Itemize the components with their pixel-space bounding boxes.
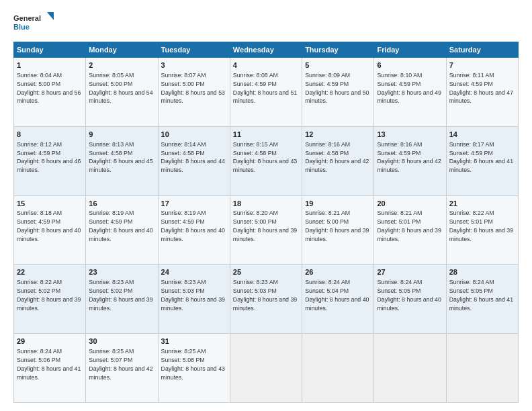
day-number: 23: [89, 267, 154, 277]
day-number: 21: [449, 199, 515, 209]
daylight: Daylight: 8 hours and 42 minutes.: [377, 158, 441, 173]
sunrise: Sunrise: 8:16 AM: [305, 141, 350, 148]
day-number: 17: [161, 199, 227, 209]
sunset: Sunset: 5:02 PM: [17, 287, 60, 294]
calendar-cell: 8Sunrise: 8:12 AMSunset: 4:59 PMDaylight…: [14, 126, 86, 195]
sunrise: Sunrise: 8:15 AM: [233, 141, 278, 148]
day-number: 12: [305, 130, 371, 140]
sunset: Sunset: 5:01 PM: [449, 218, 493, 225]
day-number: 24: [161, 267, 227, 277]
sunrise: Sunrise: 8:10 AM: [377, 72, 422, 79]
day-number: 14: [449, 130, 515, 140]
calendar-cell: 4Sunrise: 8:08 AMSunset: 4:59 PMDaylight…: [230, 58, 302, 127]
logo: General Blue: [13, 11, 54, 35]
calendar-cell: 14Sunrise: 8:17 AMSunset: 4:59 PMDayligh…: [446, 126, 518, 195]
daylight: Daylight: 8 hours and 53 minutes.: [161, 89, 225, 105]
calendar-week-row: 22Sunrise: 8:22 AMSunset: 5:02 PMDayligh…: [14, 265, 519, 334]
daylight: Daylight: 8 hours and 41 minutes.: [449, 296, 513, 312]
sunset: Sunset: 5:00 PM: [305, 218, 349, 225]
calendar-cell: 16Sunrise: 8:19 AMSunset: 4:59 PMDayligh…: [86, 195, 158, 265]
daylight: Daylight: 8 hours and 39 minutes.: [17, 296, 81, 312]
sunrise: Sunrise: 8:22 AM: [17, 279, 62, 285]
sunset: Sunset: 5:04 PM: [305, 287, 349, 294]
day-number: 1: [17, 60, 83, 71]
calendar-cell: 23Sunrise: 8:23 AMSunset: 5:02 PMDayligh…: [86, 265, 158, 334]
sunset: Sunset: 5:07 PM: [89, 357, 132, 363]
day-number: 8: [17, 130, 83, 140]
sunset: Sunset: 4:58 PM: [305, 150, 349, 156]
calendar-cell: 28Sunrise: 8:24 AMSunset: 5:05 PMDayligh…: [446, 265, 518, 334]
sunset: Sunset: 5:05 PM: [449, 287, 493, 294]
day-number: 11: [233, 130, 299, 140]
calendar-cell: [230, 334, 302, 403]
calendar-body: 1Sunrise: 8:04 AMSunset: 5:00 PMDaylight…: [14, 58, 519, 403]
day-number: 29: [17, 336, 83, 347]
sunset: Sunset: 4:59 PM: [17, 218, 60, 225]
day-number: 30: [89, 336, 154, 347]
day-number: 4: [233, 60, 299, 71]
sunrise: Sunrise: 8:11 AM: [449, 72, 494, 79]
day-number: 20: [377, 199, 443, 209]
daylight: Daylight: 8 hours and 50 minutes.: [305, 89, 369, 105]
weekday-header-monday: Monday: [86, 42, 158, 58]
svg-text:General: General: [13, 14, 41, 22]
calendar-cell: 5Sunrise: 8:09 AMSunset: 4:59 PMDaylight…: [302, 58, 374, 127]
calendar-cell: 6Sunrise: 8:10 AMSunset: 4:59 PMDaylight…: [374, 58, 446, 127]
sunrise: Sunrise: 8:23 AM: [233, 279, 278, 285]
sunset: Sunset: 4:59 PM: [161, 218, 205, 225]
calendar-cell: 24Sunrise: 8:23 AMSunset: 5:03 PMDayligh…: [158, 265, 230, 334]
daylight: Daylight: 8 hours and 39 minutes.: [377, 227, 441, 242]
daylight: Daylight: 8 hours and 39 minutes.: [449, 227, 513, 242]
daylight: Daylight: 8 hours and 41 minutes.: [449, 158, 513, 173]
calendar-cell: 1Sunrise: 8:04 AMSunset: 5:00 PMDaylight…: [14, 58, 86, 127]
sunrise: Sunrise: 8:24 AM: [305, 279, 350, 285]
sunset: Sunset: 5:05 PM: [377, 287, 420, 294]
day-number: 26: [305, 267, 371, 277]
sunrise: Sunrise: 8:24 AM: [449, 279, 494, 285]
calendar-cell: 2Sunrise: 8:05 AMSunset: 5:00 PMDaylight…: [86, 58, 158, 127]
sunrise: Sunrise: 8:20 AM: [233, 210, 278, 216]
calendar-week-row: 1Sunrise: 8:04 AMSunset: 5:00 PMDaylight…: [14, 58, 519, 127]
sunset: Sunset: 4:59 PM: [17, 150, 60, 156]
sunset: Sunset: 5:00 PM: [89, 81, 132, 87]
daylight: Daylight: 8 hours and 41 minutes.: [17, 365, 81, 381]
daylight: Daylight: 8 hours and 40 minutes.: [377, 296, 441, 312]
calendar-cell: 3Sunrise: 8:07 AMSunset: 5:00 PMDaylight…: [158, 58, 230, 127]
sunset: Sunset: 5:08 PM: [161, 357, 205, 363]
day-number: 6: [377, 60, 443, 71]
sunset: Sunset: 5:00 PM: [233, 218, 277, 225]
sunrise: Sunrise: 8:16 AM: [377, 141, 422, 148]
day-number: 15: [17, 199, 83, 209]
calendar-cell: [302, 334, 374, 403]
sunrise: Sunrise: 8:23 AM: [89, 279, 134, 285]
calendar-cell: 29Sunrise: 8:24 AMSunset: 5:06 PMDayligh…: [14, 334, 86, 403]
daylight: Daylight: 8 hours and 40 minutes.: [305, 296, 369, 312]
calendar-cell: 17Sunrise: 8:19 AMSunset: 4:59 PMDayligh…: [158, 195, 230, 265]
calendar-cell: 21Sunrise: 8:22 AMSunset: 5:01 PMDayligh…: [446, 195, 518, 265]
daylight: Daylight: 8 hours and 51 minutes.: [233, 89, 297, 105]
sunset: Sunset: 4:59 PM: [377, 81, 420, 87]
calendar-cell: 22Sunrise: 8:22 AMSunset: 5:02 PMDayligh…: [14, 265, 86, 334]
daylight: Daylight: 8 hours and 39 minutes.: [161, 296, 225, 312]
calendar-cell: 19Sunrise: 8:21 AMSunset: 5:00 PMDayligh…: [302, 195, 374, 265]
weekday-header-sunday: Sunday: [14, 42, 86, 58]
calendar-cell: 9Sunrise: 8:13 AMSunset: 4:58 PMDaylight…: [86, 126, 158, 195]
svg-marker-2: [47, 12, 54, 20]
sunset: Sunset: 4:59 PM: [377, 150, 420, 156]
day-number: 7: [449, 60, 515, 71]
sunset: Sunset: 5:00 PM: [161, 81, 205, 87]
sunrise: Sunrise: 8:13 AM: [89, 141, 134, 148]
sunset: Sunset: 4:59 PM: [305, 81, 349, 87]
day-number: 31: [161, 336, 227, 347]
day-number: 19: [305, 199, 371, 209]
day-number: 28: [449, 267, 515, 277]
calendar-cell: 31Sunrise: 8:25 AMSunset: 5:08 PMDayligh…: [158, 334, 230, 403]
sunset: Sunset: 5:02 PM: [89, 287, 132, 294]
sunrise: Sunrise: 8:25 AM: [89, 348, 134, 355]
calendar-week-row: 8Sunrise: 8:12 AMSunset: 4:59 PMDaylight…: [14, 126, 519, 195]
sunrise: Sunrise: 8:04 AM: [17, 72, 62, 79]
sunrise: Sunrise: 8:07 AM: [161, 72, 206, 79]
sunrise: Sunrise: 8:19 AM: [161, 210, 206, 216]
calendar-cell: 10Sunrise: 8:14 AMSunset: 4:58 PMDayligh…: [158, 126, 230, 195]
daylight: Daylight: 8 hours and 39 minutes.: [89, 296, 152, 312]
